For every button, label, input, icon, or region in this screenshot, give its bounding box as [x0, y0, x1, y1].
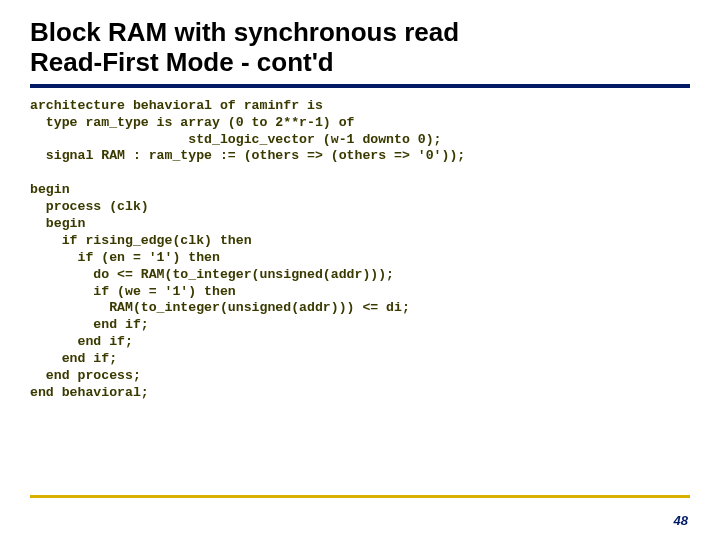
slide-title: Block RAM with synchronous read Read-Fir… [30, 18, 690, 78]
footer-divider [30, 495, 690, 498]
page-number: 48 [674, 513, 688, 528]
title-underline [30, 84, 690, 88]
title-line-2: Read-First Mode - cont'd [30, 47, 334, 77]
code-listing: architecture behavioral of raminfr is ty… [30, 98, 690, 402]
title-line-1: Block RAM with synchronous read [30, 17, 459, 47]
slide-content: Block RAM with synchronous read Read-Fir… [0, 0, 720, 402]
